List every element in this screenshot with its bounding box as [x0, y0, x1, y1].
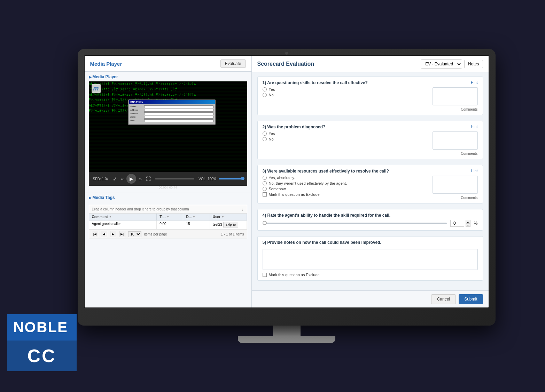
- drag-hint: Drag a column header and drop it here to…: [89, 205, 247, 214]
- media-tags-section: Media Tags: [85, 192, 251, 205]
- sort-icon-time[interactable]: ▼: [166, 215, 169, 218]
- volume-knob: [241, 177, 244, 180]
- question-4: 4) Rate the agent's ability to handle th…: [257, 209, 483, 231]
- radio-q3-3[interactable]: [263, 187, 267, 191]
- radio-q3-1[interactable]: [263, 176, 267, 180]
- radio-q2-yes[interactable]: [263, 131, 267, 136]
- forward-button[interactable]: »: [139, 176, 142, 182]
- q3-comment-textarea[interactable]: [433, 176, 478, 194]
- media-player-label: Media Player: [89, 74, 247, 79]
- radio-q2-no[interactable]: [263, 137, 267, 141]
- noble-top-text: NOBLE: [7, 314, 77, 341]
- page-size-select[interactable]: 10 25 50: [128, 231, 141, 237]
- media-player-section: Media Player ﾊﾋﾌﾍﾎﾏﾐﾑﾒﾓ ｦｧｨｩｪｫｬｭｮｯ ﾃﾄﾅﾆﾇ…: [85, 72, 251, 192]
- playback-controls: « ▶ »: [121, 174, 142, 184]
- q3-option-1: Yes, absolutely.: [263, 176, 428, 180]
- radio-no[interactable]: [263, 93, 267, 97]
- scorecard-title: Scorecard Evaluation: [257, 61, 314, 67]
- q5-exclude-row: Mark this question as Exclude: [263, 273, 478, 277]
- q1-option-yes: Yes: [263, 87, 428, 91]
- skip-to-button[interactable]: Skip To: [223, 222, 238, 227]
- left-panel: Media Player Evaluate Media Player ﾊﾋﾌﾍﾎ…: [85, 56, 252, 307]
- q4-slider-row: ▲ ▼ %: [263, 220, 478, 227]
- monitor-container: Media Player Evaluate Media Player ﾊﾋﾌﾍﾎ…: [78, 49, 496, 343]
- q2-option-no: No: [263, 137, 428, 141]
- q2-comments-label: Comments: [433, 152, 478, 155]
- noble-bottom-text: CC: [7, 341, 77, 371]
- radio-q3-2[interactable]: [263, 181, 267, 185]
- rewind-button[interactable]: «: [121, 176, 124, 182]
- volume-fill: [219, 178, 243, 179]
- q4-slider-thumb: [263, 221, 267, 225]
- q3-label-3: Somehow.: [269, 187, 287, 191]
- hint-1-link[interactable]: Hint: [471, 80, 478, 85]
- cancel-button[interactable]: Cancel: [431, 294, 456, 304]
- q3-option-2: No, they weren't used effectively by the…: [263, 181, 428, 185]
- comments-table: Drag a column header and drop it here to…: [89, 205, 247, 239]
- percent-label: %: [474, 221, 478, 226]
- q1-comments-box: Comments: [433, 87, 478, 111]
- q5-exclude-checkbox[interactable]: [263, 273, 267, 277]
- volume-label: VOL: 100%: [198, 177, 216, 181]
- q4-number-input[interactable]: [450, 220, 464, 227]
- q3-exclude-checkbox[interactable]: [263, 192, 267, 197]
- q2-yes-label: Yes: [269, 131, 275, 136]
- sort-icon[interactable]: ▼: [109, 215, 112, 218]
- fullscreen-icon[interactable]: ⛶: [146, 176, 151, 182]
- spinner-down[interactable]: ▼: [466, 223, 470, 227]
- radio-yes[interactable]: [263, 87, 267, 91]
- q2-comments-box: Comments: [433, 131, 478, 155]
- q5-exclude-label: Mark this question as Exclude: [269, 273, 320, 277]
- expand-icon[interactable]: ⤢: [113, 176, 117, 182]
- dns-editor-dialog: DNS Editor admin: address: address: Zone…: [128, 99, 215, 125]
- question-1: 1) Are questioning skills to resolve the…: [257, 77, 483, 115]
- submit-button[interactable]: Submit: [459, 294, 483, 304]
- q1-option-no: No: [263, 93, 428, 97]
- question-3-row: 3) Were available resources used effecti…: [263, 169, 478, 174]
- first-page-button[interactable]: |◀: [92, 231, 98, 237]
- q3-label-2: No, they weren't used effectively by the…: [269, 181, 347, 185]
- question-3-body: Yes, absolutely. No, they weren't used e…: [263, 176, 478, 200]
- col-user: User ▼: [210, 214, 247, 220]
- cell-comment: Agent greets caller.: [89, 221, 157, 229]
- hint-2-link[interactable]: Hint: [471, 125, 478, 129]
- table-options-icon[interactable]: ⋮: [241, 207, 244, 211]
- table-row: Agent greets caller. 0.00 15 test23 Skip…: [89, 221, 247, 229]
- play-button[interactable]: ▶: [126, 174, 136, 184]
- next-page-button[interactable]: ▶: [110, 231, 116, 237]
- ev-status-select[interactable]: EV - Evaluated: [421, 59, 462, 69]
- media-player-title: Media Player: [90, 61, 122, 67]
- items-per-page-label: items per page: [144, 232, 167, 236]
- volume-bar[interactable]: [219, 178, 243, 179]
- prev-page-button[interactable]: ◀: [101, 231, 107, 237]
- monitor-bezel: Media Player Evaluate Media Player ﾊﾋﾌﾍﾎ…: [78, 49, 496, 326]
- q2-option-yes: Yes: [263, 131, 428, 136]
- question-2-row: 2) Was the problem diagnosed? Hint: [263, 125, 478, 129]
- hint-3-link[interactable]: Hint: [471, 169, 478, 173]
- question-2: 2) Was the problem diagnosed? Hint Yes: [257, 121, 483, 159]
- speed-label: SPD: 1.0x: [93, 177, 109, 181]
- time-display: 00:00 | 00:44: [89, 186, 247, 189]
- q1-comments-label: Comments: [433, 107, 478, 111]
- panel-header: Media Player Evaluate: [85, 56, 251, 72]
- notes-button[interactable]: Notes: [464, 60, 483, 68]
- question-4-row: 4) Rate the agent's ability to handle th…: [263, 213, 478, 218]
- table-footer: |◀ ◀ ▶ ▶| 10 25 50 items per page 1 - 1 …: [89, 229, 247, 239]
- question-2-body: Yes No Comments: [263, 131, 478, 155]
- progress-bar[interactable]: [155, 178, 194, 179]
- q2-comment-textarea[interactable]: [433, 131, 478, 150]
- play-icon: ▶: [130, 176, 133, 182]
- question-2-options: Yes No: [263, 131, 428, 155]
- sort-icon-dur[interactable]: ▼: [193, 215, 195, 218]
- scorecard-header: Scorecard Evaluation EV - Evaluated Note…: [252, 56, 489, 72]
- q1-comment-textarea[interactable]: [433, 87, 478, 105]
- pagination-count: 1 - 1 of 1 items: [221, 232, 244, 236]
- q4-number-group: ▲ ▼: [450, 220, 470, 227]
- last-page-button[interactable]: ▶|: [119, 231, 125, 237]
- q5-notes-textarea[interactable]: [263, 249, 478, 270]
- sort-icon-user[interactable]: ▼: [221, 215, 224, 218]
- spinner-up[interactable]: ▲: [466, 220, 470, 223]
- q4-slider-track[interactable]: [263, 223, 447, 224]
- evaluate-button[interactable]: Evaluate: [220, 59, 246, 68]
- question-5: 5) Provide notes on how the call could h…: [257, 236, 483, 281]
